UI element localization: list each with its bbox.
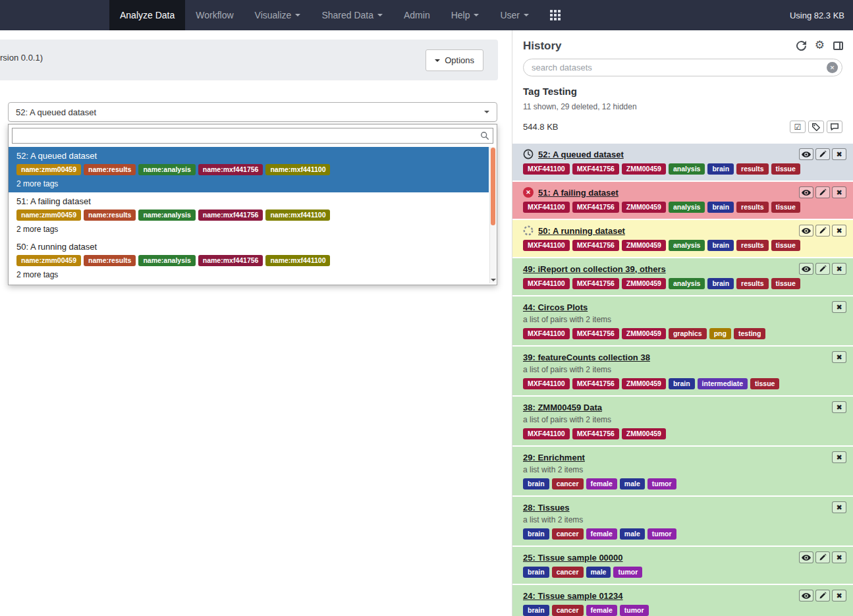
collection-title-link[interactable]: 38: ZMM00459 Data (523, 403, 602, 412)
tag[interactable]: graphics (669, 328, 707, 339)
dataset-title-link[interactable]: 25: Tissue sample 00000 (523, 553, 623, 563)
delete-x-button[interactable]: ✖ (832, 225, 846, 237)
history-item[interactable]: 39: featureCounts collection 38 a list o… (512, 347, 853, 395)
display-eye-button[interactable] (799, 186, 813, 198)
history-item[interactable]: 52: A queued dataset MXF441100 MXF441756… (512, 144, 853, 181)
tag[interactable]: male (620, 478, 645, 490)
tag[interactable]: MXF441756 (572, 278, 619, 289)
history-item[interactable]: 38: ZMM00459 Data a list of pairs with 2… (512, 397, 853, 445)
history-item[interactable]: 25: Tissue sample 00000 brain cancer mal… (512, 547, 853, 584)
dataset-select[interactable]: 52: A queued dataset (8, 102, 497, 122)
nav-grid-menu[interactable] (539, 0, 571, 30)
tag[interactable]: MXF441100 (523, 428, 570, 439)
select-datasets-button[interactable]: ☑ (790, 121, 806, 133)
history-name[interactable]: Tag Testing (523, 86, 842, 97)
tag[interactable]: MXF441756 (572, 378, 619, 389)
tag[interactable]: ZMM00459 (622, 278, 666, 289)
tag[interactable]: male (620, 528, 645, 540)
display-eye-button[interactable] (799, 590, 813, 602)
history-item[interactable]: 44: Circos Plots a list of pairs with 2 … (512, 296, 853, 345)
tag[interactable]: cancer (552, 605, 584, 616)
delete-x-button[interactable]: ✖ (832, 301, 846, 313)
nav-visualize[interactable]: Visualize (244, 0, 312, 30)
collection-title-link[interactable]: 29: Enrichment (523, 453, 585, 462)
dropdown-option-52[interactable]: 52: A queued dataset name:zmm00459 name:… (9, 147, 489, 192)
delete-x-button[interactable]: ✖ (832, 401, 846, 413)
tag[interactable]: female (586, 528, 617, 540)
tag[interactable]: ZMM00459 (622, 202, 666, 213)
display-eye-button[interactable] (799, 148, 813, 160)
edit-pencil-button[interactable] (815, 263, 830, 275)
dataset-title-link[interactable]: 52: A queued dataset (538, 150, 624, 159)
delete-x-button[interactable]: ✖ (832, 551, 846, 563)
tag[interactable]: MXF441756 (572, 163, 619, 175)
tag[interactable]: tumor (647, 528, 676, 540)
dataset-title-link[interactable]: 51: A failing dataset (538, 188, 619, 198)
tag[interactable]: MXF441100 (523, 163, 570, 175)
tag[interactable]: MXF441756 (572, 202, 619, 213)
delete-x-button[interactable]: ✖ (832, 263, 846, 275)
tag[interactable]: tumor (613, 567, 642, 578)
tag[interactable]: brain (523, 567, 549, 578)
panel-columns-icon[interactable] (833, 42, 843, 50)
tag[interactable]: results (736, 163, 768, 175)
tag[interactable]: ZMM00459 (622, 328, 666, 339)
delete-x-button[interactable]: ✖ (832, 501, 846, 513)
tag[interactable]: tissue (771, 202, 800, 213)
annotation-button[interactable] (827, 121, 842, 133)
tag[interactable]: cancer (552, 528, 584, 540)
tag[interactable]: results (736, 202, 768, 213)
tag[interactable]: MXF441756 (572, 240, 619, 251)
edit-pencil-button[interactable] (815, 148, 830, 160)
tag[interactable]: tissue (750, 378, 779, 389)
history-search-input[interactable] (523, 59, 842, 76)
tag[interactable]: brain (669, 378, 695, 389)
tag[interactable]: MXF441100 (523, 240, 570, 251)
tag[interactable]: brain (707, 202, 734, 213)
edit-pencil-button[interactable] (815, 590, 830, 602)
tag[interactable]: cancer (552, 478, 584, 490)
tag[interactable]: MXF441100 (523, 202, 570, 213)
tag[interactable]: male (586, 567, 611, 578)
tag[interactable]: female (586, 605, 617, 616)
refresh-icon[interactable] (796, 41, 806, 51)
nav-user[interactable]: User (489, 0, 539, 30)
clear-search-icon[interactable]: ✕ (827, 62, 838, 73)
dropdown-scrollbar[interactable] (489, 147, 496, 283)
tag[interactable]: MXF441756 (572, 428, 619, 439)
delete-x-button[interactable]: ✖ (832, 186, 846, 198)
history-item[interactable]: 29: Enrichment a list with 2 items brain… (512, 447, 853, 495)
tag[interactable]: ZMM00459 (622, 428, 666, 439)
tag[interactable]: ZMM00459 (622, 378, 666, 389)
tag[interactable]: ZMM00459 (622, 163, 666, 175)
tag[interactable]: cancer (552, 567, 584, 578)
tag-button[interactable] (808, 121, 824, 133)
tag[interactable]: tumor (647, 478, 676, 490)
tag[interactable]: tissue (771, 163, 800, 175)
options-button[interactable]: Options (426, 49, 483, 71)
nav-help[interactable]: Help (441, 0, 490, 30)
display-eye-button[interactable] (799, 263, 813, 275)
delete-x-button[interactable]: ✖ (832, 351, 846, 363)
tag[interactable]: analysis (669, 278, 705, 289)
tag[interactable]: intermediate (698, 378, 748, 389)
history-item[interactable]: 24: Tissue sample 01234 brain cancer fem… (512, 585, 853, 616)
gear-icon[interactable]: ⚙ (815, 40, 825, 51)
tag[interactable]: tissue (771, 240, 800, 251)
dataset-title-link[interactable]: 49: iReport on collection 39, others (523, 264, 666, 274)
tag[interactable]: testing (734, 328, 765, 339)
edit-pencil-button[interactable] (815, 186, 830, 198)
nav-shared-data[interactable]: Shared Data (311, 0, 393, 30)
history-item[interactable]: 49: iReport on collection 39, others MXF… (512, 258, 853, 295)
display-eye-button[interactable] (799, 551, 813, 563)
history-item[interactable]: 28: Tissues a list with 2 items brain ca… (512, 497, 853, 546)
tag[interactable]: ZMM00459 (622, 240, 666, 251)
collection-title-link[interactable]: 39: featureCounts collection 38 (523, 352, 650, 362)
tag[interactable]: brain (523, 528, 549, 540)
collection-title-link[interactable]: 44: Circos Plots (523, 302, 588, 312)
dataset-title-link[interactable]: 24: Tissue sample 01234 (523, 591, 623, 601)
tag[interactable]: analysis (669, 240, 705, 251)
tag[interactable]: brain (523, 605, 549, 616)
history-item[interactable]: 50: A running dataset MXF441100 MXF44175… (512, 220, 853, 257)
delete-x-button[interactable]: ✖ (832, 451, 846, 463)
